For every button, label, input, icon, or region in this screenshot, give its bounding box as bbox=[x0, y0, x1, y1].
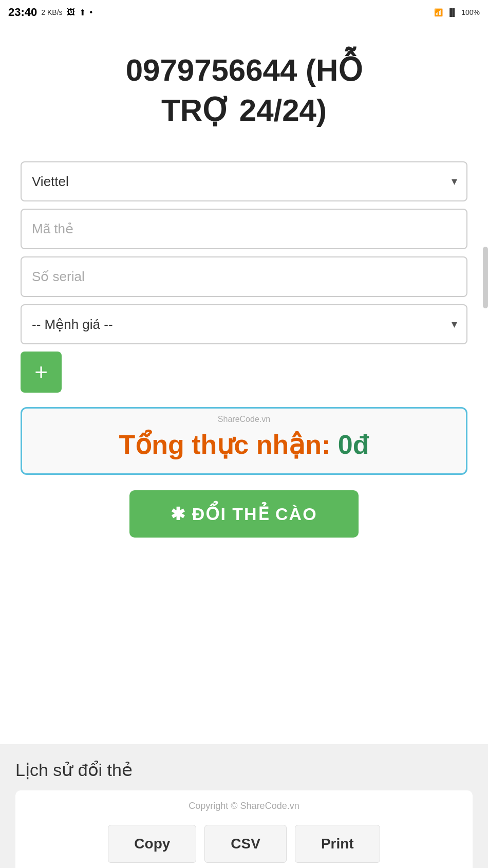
status-bar-left: 23:40 2 KB/s 🖼 ⬆ • bbox=[8, 6, 92, 19]
total-label: Tổng thực nhận: bbox=[119, 430, 338, 459]
scroll-indicator[interactable] bbox=[483, 247, 488, 308]
phone-line1: 0979756644 (HỖ bbox=[126, 53, 363, 87]
csv-button[interactable]: CSV bbox=[204, 825, 287, 863]
submit-exchange-button[interactable]: ✱ ĐỔI THẺ CÀO bbox=[129, 490, 358, 538]
wifi-icon: 📶 bbox=[434, 8, 443, 16]
main-content: 0979756644 (HỖ TRỢ 24/24) Viettel Mobifo… bbox=[0, 25, 488, 744]
form-section: Viettel Mobifone Vinaphone Vietnamobile … bbox=[21, 161, 467, 538]
status-bar-right: 📶 ▐▌ 100% bbox=[434, 8, 480, 16]
total-text: Tổng thực nhận: 0đ bbox=[32, 429, 456, 460]
phone-heading: 0979756644 (HỖ TRỢ 24/24) bbox=[15, 35, 473, 161]
add-card-button[interactable]: + bbox=[21, 352, 62, 393]
denomination-select-wrapper: -- Mệnh giá -- 10.000đ 20.000đ 50.000đ 1… bbox=[21, 304, 467, 344]
copyright-text: Copyright © ShareCode.vn bbox=[26, 801, 462, 811]
total-amount: 0đ bbox=[338, 430, 369, 459]
table-action-buttons: Copy CSV Print bbox=[26, 820, 462, 863]
history-title: Lịch sử đổi thẻ bbox=[15, 760, 473, 780]
plus-icon: + bbox=[34, 359, 48, 385]
copy-label: Copy bbox=[134, 836, 170, 852]
csv-label: CSV bbox=[231, 836, 260, 852]
network-select[interactable]: Viettel Mobifone Vinaphone Vietnamobile bbox=[21, 161, 467, 201]
history-table-box: Copyright © ShareCode.vn Copy CSV Print bbox=[15, 790, 473, 868]
image-icon: 🖼 bbox=[67, 8, 75, 17]
submit-label: ✱ ĐỔI THẺ CÀO bbox=[171, 504, 317, 524]
status-time: 23:40 bbox=[8, 6, 37, 19]
upload-icon: ⬆ bbox=[79, 8, 86, 17]
phone-line2: TRỢ 24/24) bbox=[161, 93, 327, 127]
total-box: ShareCode.vn Tổng thực nhận: 0đ bbox=[21, 407, 467, 475]
print-label: Print bbox=[321, 836, 354, 852]
print-button[interactable]: Print bbox=[295, 825, 380, 863]
bottom-section: Lịch sử đổi thẻ Copyright © ShareCode.vn… bbox=[0, 744, 488, 868]
signal-icon: ▐▌ bbox=[447, 8, 457, 16]
denomination-select[interactable]: -- Mệnh giá -- 10.000đ 20.000đ 50.000đ 1… bbox=[21, 304, 467, 344]
status-bar: 23:40 2 KB/s 🖼 ⬆ • 📶 ▐▌ 100% bbox=[0, 0, 488, 25]
card-code-input[interactable] bbox=[21, 209, 467, 249]
copy-button[interactable]: Copy bbox=[108, 825, 196, 863]
network-select-wrapper: Viettel Mobifone Vinaphone Vietnamobile … bbox=[21, 161, 467, 201]
watermark-text: ShareCode.vn bbox=[218, 415, 270, 424]
status-network-speed: 2 KB/s bbox=[41, 8, 62, 16]
dot-icon: • bbox=[90, 8, 93, 17]
battery-percent: 100% bbox=[461, 8, 480, 16]
serial-input[interactable] bbox=[21, 256, 467, 297]
